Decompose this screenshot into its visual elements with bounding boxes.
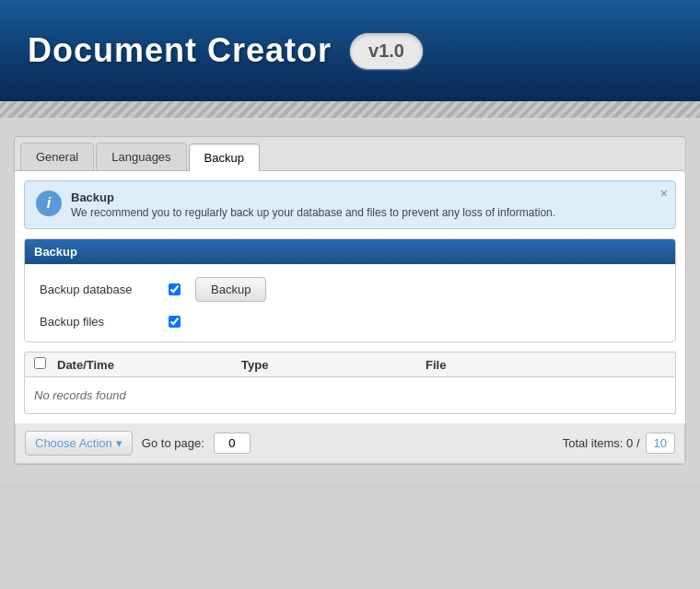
info-close-button[interactable]: ×: [660, 187, 668, 200]
select-all-checkbox[interactable]: [34, 357, 46, 369]
info-box: i Backup We recommend you to regularly b…: [24, 180, 676, 229]
total-items: Total items: 0 / 10: [563, 433, 675, 454]
info-text: Backup We recommend you to regularly bac…: [71, 191, 555, 219]
panel: i Backup We recommend you to regularly b…: [14, 170, 686, 465]
table-header: Date/Time Type File: [24, 352, 676, 377]
total-items-text: Total items: 0 /: [563, 436, 640, 450]
backup-database-label: Backup database: [40, 283, 169, 296]
th-type: Type: [241, 358, 426, 372]
per-page-badge[interactable]: 10: [646, 433, 675, 454]
footer-bar: Choose Action ▾ Go to page: Total items:…: [15, 423, 685, 464]
main-content: General Languages Backup i Backup We rec…: [0, 118, 700, 483]
app-header: Document Creator v1.0: [0, 0, 700, 101]
tab-backup[interactable]: Backup: [189, 144, 260, 171]
choose-action-label: Choose Action: [35, 436, 112, 450]
choose-action-chevron-icon: ▾: [116, 436, 122, 450]
backup-database-row: Backup database Backup: [40, 277, 660, 302]
backup-section-header-row: Backup: [25, 239, 675, 264]
table-area: Date/Time Type File No records found: [24, 352, 676, 414]
backup-now-button[interactable]: Backup: [195, 277, 266, 302]
backup-section: Backup Backup database Backup Backup fil…: [24, 238, 676, 342]
backup-database-checkbox[interactable]: [169, 283, 181, 295]
version-badge: v1.0: [350, 33, 423, 69]
th-checkbox: [25, 357, 57, 372]
info-icon: i: [36, 191, 62, 216]
stripe-separator: [0, 101, 700, 118]
backup-section-title: Backup: [25, 239, 135, 264]
tab-languages[interactable]: Languages: [96, 143, 186, 170]
app-title: Document Creator: [28, 31, 332, 70]
th-file: File: [426, 358, 638, 372]
info-body: We recommend you to regularly back up yo…: [71, 206, 555, 219]
go-to-page-input[interactable]: [214, 433, 251, 454]
backup-files-label: Backup files: [40, 315, 169, 329]
go-to-page-label: Go to page:: [142, 436, 204, 450]
backup-body: Backup database Backup Backup files: [25, 264, 675, 341]
tab-general[interactable]: General: [20, 143, 94, 170]
choose-action-button[interactable]: Choose Action ▾: [25, 431, 133, 456]
th-datetime: Date/Time: [57, 358, 241, 372]
backup-files-checkbox[interactable]: [169, 316, 181, 328]
no-records-text: No records found: [34, 388, 126, 402]
info-title: Backup: [71, 191, 555, 204]
table-body: No records found: [24, 377, 676, 414]
backup-files-row: Backup files: [40, 315, 660, 329]
tabs-container: General Languages Backup: [14, 136, 686, 170]
